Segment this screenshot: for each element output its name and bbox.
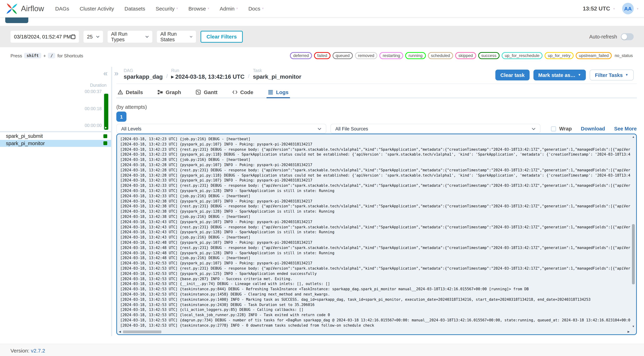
task-row-spark_pi_submit[interactable]: spark_pi_submit — [0, 132, 111, 139]
log-line: [2024-03-18, 13:42:48 UTC] {pyspark_pi.p… — [120, 250, 630, 255]
nav-item-label: Docs — [248, 6, 260, 12]
log-controls: All Levels All File Sources Wrap Downloa… — [116, 124, 637, 134]
task-link[interactable]: spark_pi_monitor — [253, 73, 301, 80]
tab-logs[interactable]: Logs — [266, 86, 290, 98]
airflow-pinwheel-icon — [6, 2, 18, 15]
state-badge-running: running — [406, 52, 426, 59]
run-link[interactable]: ▶ 2024-03-18, 13:42:16 UTC — [171, 73, 244, 80]
tab-gantt[interactable]: Gantt — [194, 86, 219, 98]
slash-key: / — [48, 53, 55, 58]
task-status-square[interactable] — [104, 141, 107, 145]
expand-panel-icon[interactable]: » — [114, 70, 118, 77]
log-line: [2024-03-18, 13:42:53 UTC] {__init__.py:… — [120, 281, 630, 287]
log-line: [2024-03-18, 13:42:53 UTC] {taskinstance… — [120, 323, 630, 328]
nav-item-docs[interactable]: Docs▾ — [248, 6, 264, 12]
download-link[interactable]: Download — [581, 126, 605, 131]
clear-task-button[interactable]: Clear task — [496, 70, 530, 80]
file-source-select[interactable]: All File Sources — [330, 124, 540, 134]
state-badge-removed: removed — [355, 52, 378, 59]
state-badge-failed: failed — [314, 52, 330, 59]
nav-item-label: Security — [156, 6, 174, 12]
mark-state-as-button[interactable]: Mark state as… ▼ — [533, 70, 586, 80]
dag-run-duration-bar[interactable]: ▶ — [104, 94, 108, 130]
task-status-square[interactable] — [104, 134, 107, 138]
run-states-select[interactable]: All Run States — [157, 31, 196, 43]
log-output-panel: [2024-03-18, 13:42:23 UTC] {job.py:216} … — [116, 134, 637, 335]
log-level-select[interactable]: All Levels — [116, 124, 326, 134]
see-more-link[interactable]: See More — [614, 126, 637, 131]
nav-item-label: Datasets — [124, 6, 145, 12]
mark-state-label: Mark state as… — [538, 72, 575, 78]
tab-code[interactable]: Code — [231, 86, 255, 98]
log-line: [2024-03-18, 13:42:53 UTC] {cli_action_l… — [120, 307, 630, 312]
version-link[interactable]: v2.7.2 — [31, 347, 45, 353]
collapse-sidebar-icon[interactable]: « — [104, 70, 108, 77]
sidebar-divider — [0, 131, 111, 132]
scroll-down-icon[interactable]: ▼ — [631, 325, 636, 328]
dag-link[interactable]: sparkapp_dag — [124, 73, 163, 80]
state-badge-deferred: deferred — [290, 52, 312, 59]
tab-label: Details — [126, 89, 143, 95]
log-line: [2024-03-18, 13:42:28 UTC] {pyspark_pi.p… — [120, 172, 630, 178]
nav-items: DAGsCluster ActivityDatasetsSecurity▾Bro… — [55, 6, 264, 12]
chevron-down-icon: ▾ — [613, 7, 615, 10]
tab-label: Logs — [276, 89, 288, 95]
scroll-right-icon[interactable]: ▶ — [628, 330, 630, 333]
wrap-toggle[interactable]: Wrap — [551, 126, 572, 131]
graph-icon — [158, 90, 163, 95]
nav-item-datasets[interactable]: Datasets — [124, 6, 145, 12]
nav-item-label: Admin — [220, 6, 234, 12]
brand-name: Airflow — [21, 4, 44, 13]
duration-axis-label: Duration — [90, 83, 107, 88]
state-badge-up_for_reschedule: up_for_reschedule — [502, 52, 543, 59]
airflow-logo[interactable]: Airflow — [6, 2, 44, 15]
utc-clock[interactable]: 13:52 UTC — [583, 6, 610, 12]
log-line: [2024-03-18, 13:42:53 UTC] {local_task_j… — [120, 312, 630, 317]
breadcrumb-task: Task spark_pi_monitor — [253, 68, 301, 80]
vertical-scrollbar[interactable]: ▲ ▼ — [631, 135, 636, 329]
plus-sign: + — [43, 53, 46, 58]
log-links: Wrap Download See More — [551, 126, 637, 131]
breadcrumb-separator: / — [166, 73, 168, 80]
auto-refresh-group: Auto-refresh — [589, 33, 634, 40]
chevron-down-icon: ▾ — [176, 7, 178, 10]
avatar[interactable]: AA — [622, 3, 634, 14]
log-line: [2024-03-18, 13:42:53 UTC] {taskinstance… — [120, 292, 630, 297]
file-source-value: All File Sources — [335, 126, 368, 131]
duration-axis-tick: 00:00:18 — [85, 106, 102, 111]
version-label: Version: — [10, 347, 29, 353]
horizontal-scrollbar[interactable]: ◀ ▶ — [118, 329, 631, 334]
attempt-1-button[interactable]: 1 — [116, 112, 126, 122]
task-row-spark_pi_monitor[interactable]: spark_pi_monitor — [0, 140, 111, 147]
base-date-value: 03/18/2024, 01:52:47 PM — [14, 34, 71, 39]
nav-item-admin[interactable]: Admin▾ — [220, 6, 238, 12]
run-states-value: All Run States — [160, 31, 186, 42]
nav-item-security[interactable]: Security▾ — [156, 6, 178, 12]
run-label: Run — [171, 68, 244, 73]
tab-graph[interactable]: Graph — [156, 86, 182, 98]
horizontal-scrollbar-thumb[interactable] — [123, 330, 162, 333]
chevron-down-icon: ▼ — [578, 73, 581, 77]
nav-item-browse[interactable]: Browse▾ — [188, 6, 209, 12]
clear-filters-button[interactable]: Clear Filters — [200, 31, 242, 43]
scroll-up-icon[interactable]: ▲ — [631, 136, 636, 138]
log-line: [2024-03-18, 13:42:43 UTC] {pyspark_pi.p… — [120, 230, 630, 235]
tab-details[interactable]: Details — [116, 86, 144, 98]
scroll-left-icon[interactable]: ◀ — [119, 330, 121, 333]
chevron-down-icon — [318, 127, 322, 130]
nav-item-label: DAGs — [55, 6, 69, 12]
by-attempts-label: (by attempts) — [116, 104, 147, 110]
chevron-down-icon: ▼ — [625, 73, 628, 77]
chevron-down-icon — [532, 127, 536, 130]
page-size-select[interactable]: 25 — [84, 31, 103, 43]
auto-refresh-toggle[interactable] — [620, 33, 634, 40]
nav-item-dags[interactable]: DAGs — [55, 6, 69, 12]
wrap-checkbox[interactable] — [551, 126, 556, 131]
run-types-select[interactable]: All Run Types — [108, 31, 152, 43]
nav-item-cluster-activity[interactable]: Cluster Activity — [80, 6, 114, 12]
chevron-down-icon: ▾ — [208, 7, 209, 10]
duration-axis-tick: 00:00:00 — [85, 123, 102, 128]
base-date-input[interactable]: 03/18/2024, 01:52:47 PM — [10, 31, 79, 43]
filter-tasks-button[interactable]: Filter Tasks ▼ — [590, 70, 634, 80]
vertical-scrollbar-thumb[interactable] — [632, 224, 635, 284]
